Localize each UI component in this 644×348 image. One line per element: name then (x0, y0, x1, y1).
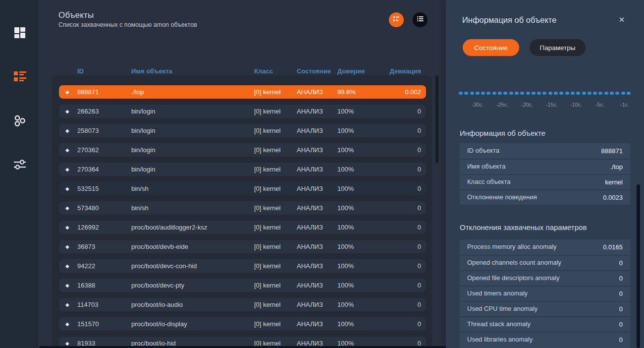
table-row[interactable]: ◆ 573480 bin/sh [0] kernel АНАЛИЗ 100% 0 (59, 201, 426, 215)
kv-label: Имя объекта (467, 160, 505, 174)
cell-state: АНАЛИЗ (297, 320, 337, 328)
kv-label: Opened channels count anomaly (467, 256, 561, 270)
cell-trust: 100% (337, 127, 384, 134)
panel-title: Информация об объекте (462, 15, 556, 25)
cell-trust: 100% (337, 224, 384, 231)
timeline-dot (593, 92, 597, 95)
diamond-icon: ◆ (59, 225, 77, 230)
cell-name: bin/sh (131, 185, 254, 192)
cell-state: АНАЛИЗ (297, 282, 337, 289)
kv-row: Opened file descriptors anomaly 0 (460, 270, 630, 286)
kv-label: Класс объекта (467, 175, 510, 189)
diamond-icon: ◆ (59, 148, 77, 153)
kv-value: 0.0165 (603, 243, 623, 251)
timeline-dot (515, 92, 519, 95)
cell-deviation: 0 (384, 108, 426, 115)
tab-state[interactable]: Состояние (463, 39, 519, 56)
table-row[interactable]: ◆ 114703 proc/boot/io-audio [0] kernel А… (59, 298, 426, 311)
dashboard-icon[interactable] (13, 26, 26, 39)
timeline-dot (498, 92, 502, 95)
kv-value: ./top (610, 163, 623, 171)
table-row[interactable]: ◆ 266263 bin/login [0] kernel АНАЛИЗ 100… (59, 105, 426, 118)
cell-deviation: 0 (384, 127, 426, 134)
diamond-icon: ◆ (59, 167, 77, 172)
table-row[interactable]: ◆ 94222 proc/boot/devc-con-hid [0] kerne… (59, 259, 426, 273)
cell-state: АНАЛИЗ (297, 108, 337, 115)
table-column-headers: x ID Имя объекта Класс Состояние Доверие… (59, 66, 426, 75)
cell-id: 532515 (77, 185, 131, 192)
cell-class: [0] kernel (254, 204, 297, 212)
table-row[interactable]: ◆ 126992 proc/boot/auditlogger2-ksz [0] … (59, 221, 426, 234)
cell-class: [0] kernel (254, 224, 297, 231)
kv-value: 0.0023 (603, 194, 623, 201)
diamond-icon: ◆ (59, 302, 77, 307)
cell-state: АНАЛИЗ (297, 146, 337, 154)
column-header-trust: Доверие (337, 67, 384, 75)
cell-name: bin/login (131, 127, 254, 134)
kv-label: Process memory alloc anomaly (467, 240, 557, 254)
cell-state: АНАЛИЗ (297, 301, 337, 308)
cell-state: АНАЛИЗ (297, 262, 337, 270)
cell-deviation: 0 (384, 166, 426, 173)
cell-id: 151570 (77, 320, 131, 328)
timeline-dots (459, 92, 631, 95)
tab-parameters[interactable]: Параметры (530, 39, 586, 56)
cell-name: proc/boot/devc-con-hid (131, 262, 254, 270)
timeline-dot (565, 92, 569, 95)
timeline-dot (532, 92, 536, 95)
nodes-icon[interactable] (13, 115, 26, 127)
cell-trust: 100% (337, 108, 384, 115)
table-row[interactable]: ◆ 36873 proc/boot/devb-eide [0] kernel А… (59, 240, 426, 253)
page-title: Объекты (58, 10, 94, 20)
kv-label: ID объекта (467, 144, 499, 158)
panel-scrollbar[interactable] (637, 184, 640, 348)
compact-view-button[interactable] (413, 12, 428, 27)
timeline-dot (492, 92, 496, 95)
detailed-view-button[interactable] (389, 12, 404, 27)
cell-class: [0] kernel (254, 243, 297, 250)
kv-label: Thread stack anomaly (467, 317, 531, 332)
cell-trust: 100% (337, 185, 384, 192)
kv-row: Used timers anomaly 0 (460, 286, 630, 301)
timeline-tick: -1с. (612, 102, 637, 108)
cell-state: АНАЛИЗ (297, 224, 337, 231)
diamond-icon: ◆ (59, 283, 77, 288)
table-row[interactable]: ◆ 151570 proc/boot/io-display [0] kernel… (59, 317, 426, 331)
objects-list-icon[interactable] (13, 70, 26, 83)
cell-state: АНАЛИЗ (297, 127, 337, 134)
kv-value: 0 (619, 321, 623, 328)
table-row[interactable]: ◆ 532515 bin/sh [0] kernel АНАЛИЗ 100% 0 (59, 182, 426, 195)
timeline-dot (537, 92, 541, 95)
diamond-icon: ◆ (59, 206, 77, 211)
timeline-tick: -15с. (539, 102, 564, 108)
table-scrollbar[interactable] (435, 75, 438, 163)
cell-name: proc/boot/auditlogger2-ksz (131, 224, 254, 231)
table-row[interactable]: ◆ 258073 bin/login [0] kernel АНАЛИЗ 100… (59, 124, 426, 137)
cell-deviation: 0 (384, 224, 426, 231)
cell-name: bin/login (131, 146, 254, 154)
cell-name: bin/login (131, 108, 254, 115)
table-row[interactable]: ◆ 270364 bin/login [0] kernel АНАЛИЗ 100… (59, 163, 426, 176)
timeline-tick: -10с. (564, 102, 589, 108)
timeline-dot (486, 92, 490, 95)
cell-state: АНАЛИЗ (297, 166, 337, 173)
column-header-class: Класс (254, 67, 297, 75)
cell-deviation: 0.002 (384, 88, 426, 96)
diamond-icon: ◆ (59, 186, 77, 191)
filters-icon[interactable] (13, 158, 26, 171)
timeline-dot (615, 92, 619, 95)
kv-row: Used libraries anomaly 0 (460, 332, 630, 347)
table-row[interactable]: ◆ 888871 ./top [0] kernel АНАЛИЗ 99.6% 0… (59, 85, 426, 99)
table-row[interactable]: ◆ 270362 bin/login [0] kernel АНАЛИЗ 100… (59, 143, 426, 157)
kv-label: Used timers anomaly (467, 287, 528, 301)
table-row[interactable]: ◆ 16388 proc/boot/devc-pty [0] kernel АН… (59, 279, 426, 292)
timeline-dot (559, 92, 563, 95)
diamond-icon: ◆ (59, 90, 77, 95)
close-icon[interactable]: ✕ (617, 15, 627, 25)
cell-id: 36873 (77, 243, 131, 250)
kv-value: 888871 (601, 147, 623, 155)
timeline-dot (464, 92, 468, 95)
timeline-dot (503, 92, 507, 95)
cell-name: ./top (131, 88, 254, 96)
timeline-dot (481, 92, 485, 95)
